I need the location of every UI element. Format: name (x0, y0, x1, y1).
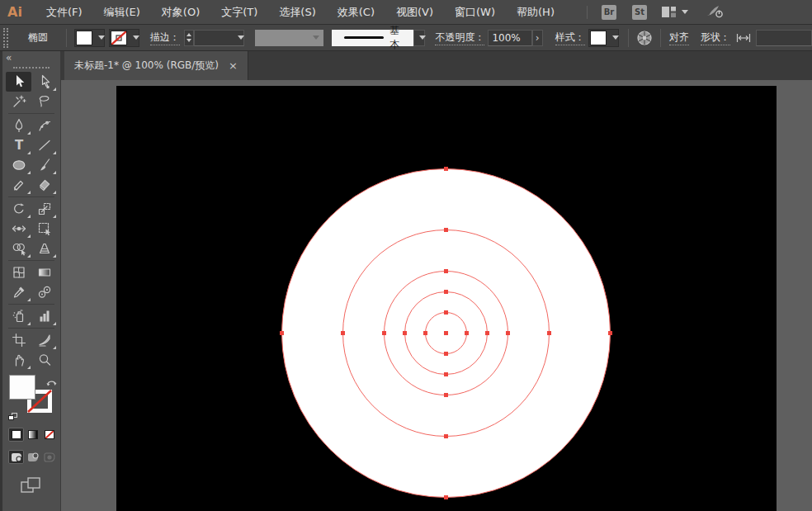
anchor-point (444, 434, 448, 438)
menu-type[interactable]: 文字(T) (210, 0, 268, 25)
panel-grip[interactable] (13, 67, 50, 69)
draw-behind-button[interactable] (25, 450, 40, 464)
tab-close-icon[interactable]: × (229, 60, 238, 71)
flyout-indicator-icon (53, 151, 56, 154)
canvas-area (61, 80, 812, 511)
anchor-point (444, 167, 448, 171)
hand-tool[interactable] (6, 350, 31, 370)
zoom-tool[interactable] (31, 350, 57, 370)
gpu-performance-button[interactable] (706, 5, 725, 19)
flyout-indicator-icon (27, 131, 31, 135)
chevron-down-icon (133, 35, 139, 40)
anchor-point (444, 310, 448, 315)
screen-mode-button[interactable] (21, 477, 42, 497)
chevron-down-icon (238, 35, 244, 40)
blend-tool[interactable] (31, 282, 57, 302)
eraser-tool[interactable] (31, 175, 57, 195)
none-button[interactable] (41, 428, 57, 442)
panel-collapse-button[interactable]: « (6, 53, 12, 63)
shape-builder-tool[interactable] (6, 239, 31, 258)
magic-wand-tool[interactable] (6, 92, 31, 111)
gradient-button[interactable] (25, 428, 40, 442)
free-transform-tool[interactable] (31, 219, 57, 239)
stroke-panel-link[interactable]: 描边： (150, 31, 180, 45)
draw-inside-button[interactable] (41, 450, 57, 464)
column-graph-tool[interactable] (31, 306, 57, 326)
anchor-point (382, 331, 386, 335)
menubar-divider (587, 6, 588, 19)
flyout-indicator-icon (53, 191, 56, 194)
brush-definition-dropdown[interactable]: 基本 (332, 30, 425, 46)
mesh-tool[interactable] (6, 263, 31, 282)
fill-indicator[interactable] (9, 375, 35, 400)
bridge-button[interactable]: Br (602, 5, 616, 20)
width-tool[interactable] (6, 219, 31, 239)
recolor-artwork-button[interactable] (636, 30, 653, 46)
eyedropper-tool[interactable] (6, 282, 31, 302)
curvature-tool[interactable] (31, 116, 57, 135)
brush-stroke-icon (344, 36, 383, 39)
rotate-tool[interactable] (6, 199, 31, 219)
graphic-style-dropdown[interactable] (588, 29, 619, 47)
color-wheel-icon (636, 30, 653, 46)
menu-select[interactable]: 选择(S) (268, 0, 326, 25)
flyout-indicator-icon (27, 254, 31, 258)
gradient-tool[interactable] (31, 263, 57, 282)
type-tool[interactable]: T (6, 135, 31, 155)
svg-text:T: T (14, 138, 23, 153)
paintbrush-tool[interactable] (31, 155, 57, 175)
anchor-point (485, 331, 489, 335)
screen-mode-icon (21, 477, 42, 494)
menu-effect[interactable]: 效果(C) (327, 0, 385, 25)
document-tab[interactable]: 未标题-1* @ 100% (RGB/预览) × (64, 51, 248, 80)
flyout-indicator-icon (27, 215, 31, 218)
fill-color-picker[interactable] (74, 29, 105, 47)
ellipse-tool[interactable] (6, 155, 31, 175)
swap-fill-stroke-icon[interactable] (46, 375, 57, 390)
shape-panel-link[interactable]: 形状： (701, 31, 730, 45)
pen-tool[interactable] (6, 116, 31, 135)
shape-width-field[interactable] (756, 30, 812, 46)
opacity-panel-link[interactable]: 不透明度： (435, 31, 484, 45)
default-fill-stroke-icon[interactable] (8, 413, 18, 422)
selection-tool[interactable] (6, 72, 31, 92)
lasso-tool[interactable] (31, 92, 57, 111)
flyout-indicator-icon (53, 88, 56, 91)
stroke-color-picker[interactable] (109, 29, 139, 47)
color-button[interactable] (8, 428, 24, 442)
direct-selection-tool[interactable] (31, 72, 57, 92)
workspace-switcher[interactable] (662, 7, 688, 17)
opacity-field[interactable]: 100% (488, 30, 531, 46)
slice-tool[interactable] (31, 330, 57, 350)
brush-preview: 基本 (332, 30, 413, 46)
menu-file[interactable]: 文件(F) (35, 0, 93, 25)
chevron-down-icon (98, 35, 105, 40)
artboard-tool[interactable] (6, 330, 31, 350)
stroke-weight-field[interactable] (194, 30, 244, 46)
menu-help[interactable]: 帮助(H) (506, 0, 565, 25)
control-bar-grip[interactable] (3, 28, 8, 48)
style-panel-link[interactable]: 样式： (555, 31, 585, 45)
toolbar-separator (8, 260, 54, 261)
flyout-indicator-icon (27, 366, 31, 369)
align-panel-link[interactable]: 对齐 (669, 31, 689, 45)
menu-edit[interactable]: 编辑(E) (93, 0, 151, 25)
style-swatch (590, 31, 607, 45)
line-segment-tool[interactable] (31, 135, 57, 155)
control-bar: 椭圆 描边： (0, 25, 812, 51)
draw-normal-button[interactable] (8, 450, 24, 464)
flyout-indicator-icon (27, 234, 31, 238)
symbol-sprayer-tool[interactable] (6, 306, 31, 326)
anchor-point (444, 393, 448, 397)
scale-tool[interactable] (31, 199, 57, 219)
stroke-weight-stepper[interactable] (184, 30, 194, 46)
stock-button[interactable]: St (632, 5, 647, 20)
width-profile-dropdown (255, 30, 323, 46)
shaper-tool[interactable] (6, 175, 31, 195)
perspective-grid-tool[interactable] (31, 239, 57, 258)
menu-view[interactable]: 视图(V) (385, 0, 444, 25)
opacity-more-button[interactable]: › (532, 30, 543, 46)
menu-window[interactable]: 窗口(W) (444, 0, 506, 25)
menu-object[interactable]: 对象(O) (151, 0, 210, 25)
artboard-canvas[interactable] (61, 80, 810, 511)
